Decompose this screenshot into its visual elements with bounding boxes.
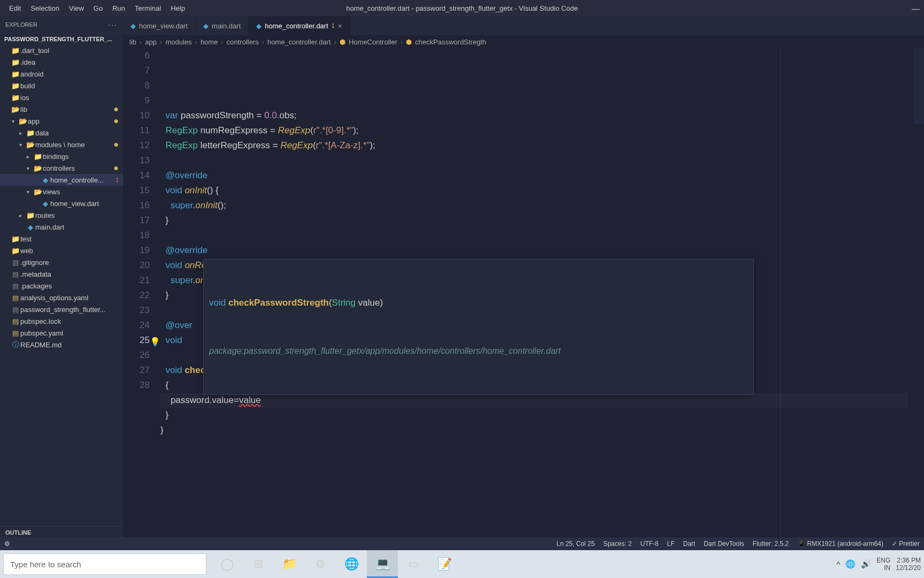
taskbar-app[interactable]: 💻 — [367, 550, 398, 578]
network-icon[interactable]: 🌐 — [845, 559, 856, 569]
tree-item[interactable]: ▤pubspec.lock — [0, 315, 123, 327]
tree-item[interactable]: ◆home_view.dart — [0, 197, 123, 209]
breadcrumb-part[interactable]: lib — [129, 38, 136, 46]
search-box[interactable]: Type here to search — [3, 553, 206, 575]
volume-icon[interactable]: 🔊 — [861, 559, 871, 569]
status-item[interactable]: Flutter: 2.5.2 — [753, 540, 789, 547]
tree-item[interactable]: ◆main.dart — [0, 221, 123, 233]
tree-item[interactable]: 📁android — [0, 68, 123, 80]
breadcrumb[interactable]: lib›app›modules›home›controllers›home_co… — [123, 35, 924, 48]
menu-edit[interactable]: Edit — [4, 2, 26, 14]
tree-label: .gitignore — [20, 258, 49, 267]
status-item[interactable]: ⚙ — [4, 540, 10, 547]
editor-tab[interactable]: ◆home_controller.dart1× — [249, 16, 350, 35]
tree-item[interactable]: 📁.idea — [0, 56, 123, 68]
taskbar-apps: ◯⊞📁⚙🌐💻▭📝 — [212, 550, 460, 578]
code-line[interactable]: RegExp numRegExpress = RegExp(r".*[0-9].… — [160, 123, 908, 138]
taskbar-app[interactable]: ⊞ — [243, 550, 274, 578]
code-line[interactable] — [160, 228, 908, 243]
code-line[interactable]: } — [160, 408, 908, 423]
breadcrumb-part[interactable]: app — [145, 38, 157, 46]
taskbar-app[interactable]: ⚙ — [305, 550, 336, 578]
tree-item[interactable]: ▤.packages — [0, 280, 123, 292]
tree-item[interactable]: ▸📁data — [0, 127, 123, 139]
code-line[interactable]: void onInit() { — [160, 183, 908, 198]
taskbar-app[interactable]: 📁 — [274, 550, 305, 578]
code-line[interactable]: } — [160, 213, 908, 228]
menu-selection[interactable]: Selection — [26, 2, 64, 14]
clock[interactable]: 2:36 PM 12/12/20 — [896, 557, 921, 572]
status-item[interactable]: LF — [667, 540, 675, 547]
code-content[interactable]: void checkPasswordStregth(String value) … — [160, 48, 924, 550]
code-line[interactable]: super.onInit(); — [160, 198, 908, 213]
tree-item[interactable]: 📂lib● — [0, 103, 123, 115]
lightbulb-icon[interactable]: 💡 — [150, 334, 160, 349]
code-line[interactable]: @override — [160, 243, 908, 258]
code-line[interactable]: password.value=value — [160, 393, 908, 408]
tree-item[interactable]: ▤pubspec.yaml — [0, 327, 123, 339]
editor-tab[interactable]: ◆home_view.dart — [123, 16, 196, 35]
chevron-up-icon[interactable]: ^ — [836, 560, 840, 569]
tree-item[interactable]: ⓘREADME.md — [0, 339, 123, 351]
editor-tab[interactable]: ◆main.dart — [196, 16, 249, 35]
tree-label: .metadata — [20, 270, 51, 278]
minimap[interactable] — [913, 48, 924, 550]
status-item[interactable]: 📱 RMX1921 (android-arm64) — [797, 540, 883, 547]
file-icon: ▤ — [11, 306, 20, 314]
taskbar-app[interactable]: 📝 — [429, 550, 460, 578]
tree-item[interactable]: ▧.gitignore — [0, 256, 123, 268]
system-tray[interactable]: ^ 🌐 🔊 ENG IN 2:36 PM 12/12/20 — [836, 557, 924, 572]
tree-item[interactable]: 📁test — [0, 233, 123, 245]
status-item[interactable]: UTF-8 — [641, 540, 659, 547]
menu-run[interactable]: Run — [107, 2, 130, 14]
tree-item[interactable]: ▸📁bindings — [0, 150, 123, 162]
code-line[interactable]: @override — [160, 168, 908, 183]
tree-item[interactable]: ▾📂controllers● — [0, 162, 123, 174]
project-header[interactable]: PASSWORD_STRENGTH_FLUTTER_... — [0, 33, 123, 44]
breadcrumb-part[interactable]: modules — [165, 38, 191, 46]
taskbar-app[interactable]: 🌐 — [336, 550, 367, 578]
breadcrumb-part[interactable]: home_controller.dart — [267, 38, 331, 46]
menu-view[interactable]: View — [64, 2, 89, 14]
tree-item[interactable]: ▾📂app● — [0, 115, 123, 127]
breadcrumb-symbol[interactable]: checkPasswordStregth — [415, 38, 486, 46]
taskbar-app[interactable]: ◯ — [212, 550, 243, 578]
tree-item[interactable]: ▤.metadata — [0, 268, 123, 280]
code-line[interactable]: RegExp letterRegExpress = RegExp(r".*[A-… — [160, 138, 908, 153]
language-indicator[interactable]: ENG IN — [876, 557, 890, 572]
tree-item[interactable]: ▤analysis_options.yaml — [0, 292, 123, 303]
breadcrumb-part[interactable]: home — [201, 38, 218, 46]
tree-item[interactable]: ◆home_controlle...1 — [0, 174, 123, 186]
tree-item[interactable]: ▾📂modules \ home● — [0, 139, 123, 150]
status-item[interactable]: Ln 25, Col 25 — [557, 540, 595, 547]
status-item[interactable]: Spaces: 2 — [603, 540, 632, 547]
minimize-button[interactable]: — — [912, 4, 920, 13]
menu-go[interactable]: Go — [89, 2, 107, 14]
close-icon[interactable]: × — [338, 22, 342, 30]
status-item[interactable]: Dart — [683, 540, 696, 547]
breadcrumb-symbol[interactable]: HomeController — [349, 38, 397, 46]
taskbar-app[interactable]: ▭ — [398, 550, 429, 578]
menu-terminal[interactable]: Terminal — [130, 2, 166, 14]
code-line[interactable]: var passwordStrength = 0.0.obs; — [160, 108, 908, 123]
status-item[interactable]: Dart DevTools — [704, 540, 744, 547]
tree-item[interactable]: 📁.dart_tool — [0, 44, 123, 56]
status-item[interactable]: ✓ Prettier — [892, 540, 920, 547]
menu-help[interactable]: Help — [166, 2, 190, 14]
code-line[interactable]: } — [160, 423, 908, 438]
code-line[interactable] — [160, 438, 908, 453]
breadcrumb-part[interactable]: controllers — [227, 38, 259, 46]
outline-section[interactable]: OUTLINE — [0, 527, 123, 538]
tree-item[interactable]: 📁ios — [0, 92, 123, 103]
code-editor[interactable]: 678910111213141516171819202122232425💡262… — [123, 48, 924, 550]
tree-item[interactable]: ▸📁routes — [0, 209, 123, 221]
tree-label: build — [20, 82, 35, 90]
file-icon: 📁 — [11, 82, 20, 90]
more-icon[interactable]: ··· — [108, 20, 118, 29]
code-line[interactable] — [160, 153, 908, 168]
modified-indicator: ● — [113, 104, 119, 114]
tree-item[interactable]: ▾📂views — [0, 186, 123, 197]
tree-item[interactable]: 📁web — [0, 245, 123, 256]
tree-item[interactable]: 📁build — [0, 80, 123, 92]
tree-item[interactable]: ▤password_strength_flutter... — [0, 303, 123, 315]
